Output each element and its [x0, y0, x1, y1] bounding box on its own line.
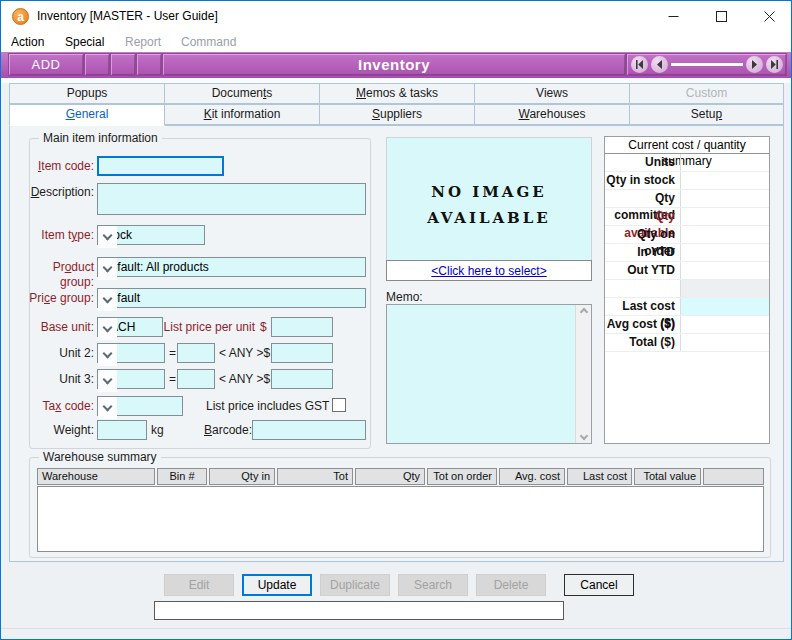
wh-col-last-cost[interactable]: Last cost — [567, 468, 632, 485]
next-record-icon — [750, 60, 759, 69]
tab-custom[interactable]: Custom — [629, 83, 784, 104]
product-group-select[interactable]: Default: All products — [97, 257, 366, 277]
image-select-link[interactable]: <Click here to select> — [431, 264, 546, 278]
list-price-currency: $ — [260, 320, 270, 335]
gst-checkbox[interactable] — [332, 398, 346, 412]
memo-label: Memo: — [386, 290, 446, 305]
chevron-down-icon — [103, 231, 113, 241]
tax-code-select[interactable] — [97, 396, 183, 416]
unit2-select[interactable] — [97, 343, 165, 363]
summary-row-qty-on-order: Qty on order — [605, 226, 769, 244]
unit3-factor-input[interactable] — [177, 369, 215, 389]
base-unit-select[interactable]: EACH — [97, 317, 163, 337]
no-image-line1: NO IMAGE — [431, 179, 547, 205]
minimize-button[interactable] — [649, 1, 697, 32]
menu-action[interactable]: Action — [7, 34, 48, 50]
list-price-label: List price per unit — [163, 320, 255, 335]
wh-col-qty-available[interactable]: Qty available — [355, 468, 425, 485]
unit3-price-input[interactable] — [271, 369, 333, 389]
wh-col-blank[interactable] — [703, 468, 764, 485]
toolbar-title: Inventory — [162, 53, 626, 76]
chevron-down-icon — [103, 402, 113, 412]
warehouse-list[interactable] — [37, 486, 764, 552]
update-button[interactable]: Update — [242, 574, 312, 596]
close-button[interactable] — [745, 1, 792, 32]
chevron-down-icon — [103, 263, 113, 273]
wh-col-bin[interactable]: Bin # — [157, 468, 207, 485]
weight-label: Weight: — [17, 423, 94, 438]
unit2-factor-input[interactable] — [177, 343, 215, 363]
previous-record-button[interactable] — [651, 56, 668, 73]
toolbar-separator-3 — [136, 53, 162, 76]
unit2-price-input[interactable] — [271, 343, 333, 363]
item-type-label: Item type: — [17, 228, 94, 243]
barcode-input[interactable] — [252, 420, 366, 440]
delete-button[interactable]: Delete — [476, 574, 546, 596]
menu-command[interactable]: Command — [177, 34, 240, 50]
wh-col-tot-committed[interactable]: Tot committed — [277, 468, 353, 485]
unit2-any-label: < ANY >$ — [219, 346, 271, 361]
next-record-button[interactable] — [746, 56, 763, 73]
chevron-down-icon — [103, 375, 113, 385]
cancel-button[interactable]: Cancel — [564, 574, 634, 596]
toolbar-separator-2 — [110, 53, 136, 76]
list-price-input[interactable] — [271, 317, 333, 337]
memo-scrollbar[interactable] — [575, 305, 591, 443]
tab-documents[interactable]: Documents — [164, 83, 320, 104]
unit3-select[interactable] — [97, 369, 165, 389]
unit3-label: Unit 3: — [17, 372, 94, 387]
tab-setup[interactable]: Setup — [629, 104, 784, 125]
summary-title: Current cost / quantity summary — [605, 137, 769, 154]
record-navigator — [626, 53, 787, 76]
item-image-placeholder: NO IMAGE AVAILABLE — [386, 137, 592, 261]
maximize-button[interactable] — [697, 1, 745, 32]
wh-col-warehouse[interactable]: Warehouse — [37, 468, 155, 485]
edit-button[interactable]: Edit — [164, 574, 234, 596]
title-bar: a Inventory [MASTER - User Guide] — [1, 1, 791, 32]
no-image-line2: AVAILABLE — [427, 205, 551, 231]
close-icon — [764, 11, 775, 22]
chevron-down-icon — [103, 294, 113, 304]
item-code-label: Item code: — [17, 159, 94, 174]
summary-row-units: Units — [605, 154, 769, 172]
item-code-input[interactable] — [97, 156, 224, 176]
scroll-up-icon[interactable] — [579, 308, 587, 316]
record-slider[interactable] — [671, 63, 743, 66]
wh-col-qty-in-stock[interactable]: Qty in stock — [209, 468, 275, 485]
last-record-button[interactable] — [766, 56, 783, 73]
search-button[interactable]: Search — [398, 574, 468, 596]
tab-popups[interactable]: Popups — [9, 83, 165, 104]
menu-report[interactable]: Report — [121, 34, 165, 50]
memo-input[interactable] — [386, 304, 592, 444]
price-group-select[interactable]: Default — [97, 288, 366, 308]
summary-row-spacer — [605, 280, 769, 298]
weight-unit-label: kg — [151, 423, 171, 438]
item-type-select[interactable]: Stock — [97, 225, 205, 245]
wh-col-total-value[interactable]: Total value — [634, 468, 701, 485]
tab-memos-tasks[interactable]: Memos & tasks — [319, 83, 475, 104]
tab-kit-information[interactable]: Kit information — [164, 104, 320, 125]
description-input[interactable] — [97, 183, 366, 215]
price-group-label: Price group: — [17, 291, 94, 306]
tab-warehouses[interactable]: Warehouses — [474, 104, 630, 125]
mode-indicator: ADD — [8, 53, 84, 76]
maximize-icon — [716, 11, 727, 22]
tab-suppliers[interactable]: Suppliers — [319, 104, 475, 125]
window-title: Inventory [MASTER - User Guide] — [37, 9, 218, 23]
unit3-any-label: < ANY >$ — [219, 372, 271, 387]
last-record-icon — [770, 60, 779, 69]
weight-input[interactable] — [97, 420, 147, 440]
minimize-icon — [668, 11, 679, 22]
tax-code-label: Tax code: — [17, 399, 94, 414]
first-record-icon — [635, 60, 644, 69]
duplicate-button[interactable]: Duplicate — [320, 574, 390, 596]
chevron-down-icon — [103, 323, 113, 333]
wh-col-avg-cost[interactable]: Avg. cost — [499, 468, 565, 485]
menu-special[interactable]: Special — [61, 34, 108, 50]
scroll-down-icon[interactable] — [579, 432, 587, 440]
tab-general[interactable]: General — [9, 104, 165, 126]
first-record-button[interactable] — [631, 56, 648, 73]
tab-views[interactable]: Views — [474, 83, 630, 104]
wh-col-tot-on-order[interactable]: Tot on order — [427, 468, 497, 485]
summary-row-total: Total ($) — [605, 334, 769, 352]
